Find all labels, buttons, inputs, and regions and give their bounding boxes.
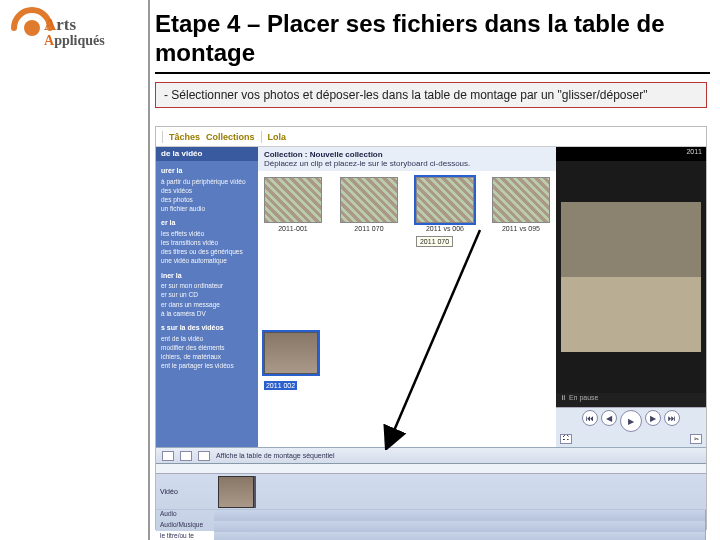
task-link[interactable]: modifier des éléments (161, 344, 253, 352)
preview-controls: ⏮ ◀ ▶ ▶ ⏭ ⛶ ✂ (556, 407, 706, 447)
video-clip[interactable] (218, 476, 254, 508)
task-link[interactable]: à la caméra DV (161, 310, 253, 318)
prev-skip-back-icon[interactable]: ⏮ (582, 410, 598, 426)
preview-header: 2011 (556, 147, 706, 161)
music-track[interactable] (214, 521, 706, 532)
task-link[interactable]: un fichier audio (161, 205, 253, 213)
collection-header: Collection : Nouvelle collection Déplace… (258, 147, 556, 171)
collection-pane: Collection : Nouvelle collection Déplace… (258, 147, 556, 447)
toolbar-item[interactable]: Tâches (169, 132, 200, 142)
tooltip: 2011 070 (416, 236, 453, 247)
play-button-icon[interactable]: ▶ (620, 410, 642, 432)
storyboard-view-icon[interactable] (180, 451, 192, 461)
task-link[interactable]: er sur un CD (161, 291, 253, 299)
screenshot-movie-maker: Tâches Collections Lola de la vidéo urer… (155, 126, 707, 530)
task-link[interactable]: ent de la vidéo (161, 335, 253, 343)
toolbar-item[interactable]: Collections (206, 132, 255, 142)
timeline-ruler[interactable] (156, 464, 706, 474)
prev-forward-icon[interactable]: ▶ (645, 410, 661, 426)
thumbnail[interactable]: 2011 070 (340, 177, 398, 232)
prev-skip-fwd-icon[interactable]: ⏭ (664, 410, 680, 426)
task-link[interactable]: des vidéos (161, 187, 253, 195)
task-pane: de la vidéo urer la à partir du périphér… (156, 147, 258, 447)
thumbnail[interactable]: 2011-001 (264, 177, 322, 232)
svg-point-0 (24, 20, 40, 36)
task-link[interactable]: les effets vidéo (161, 230, 253, 238)
timeline-view-icon[interactable] (162, 451, 174, 461)
task-link[interactable]: les transitions vidéo (161, 239, 253, 247)
video-track[interactable]: Vidéo (156, 474, 706, 510)
preview-image (556, 161, 706, 393)
audio-track[interactable] (214, 510, 706, 521)
preview-status: ⏸ En pause (556, 393, 706, 407)
page-title: Etape 4 – Placer ses fichiers dans la ta… (155, 10, 710, 74)
task-link[interactable]: une vidéo automatique (161, 257, 253, 265)
timeline-topbar: Affiche la table de montage séquentiel (156, 447, 706, 463)
task-link[interactable]: ichiers, de matériaux (161, 353, 253, 361)
fullscreen-icon[interactable]: ⛶ (560, 434, 572, 444)
thumbnail[interactable]: 2011 vs 095 (492, 177, 550, 232)
prev-rewind-icon[interactable]: ◀ (601, 410, 617, 426)
title-track[interactable] (214, 532, 706, 540)
task-link[interactable]: à partir du périphérique vidéo (161, 178, 253, 186)
logo-text: Arts Appliqués (44, 16, 105, 49)
toolbar-item[interactable]: Lola (268, 132, 287, 142)
thumbnail-selected[interactable]: 2011 vs 0062011 070 (416, 177, 474, 232)
task-link[interactable]: ent le partager les vidéos (161, 362, 253, 370)
task-link[interactable]: er dans un message (161, 301, 253, 309)
zoom-icon[interactable] (198, 451, 210, 461)
preview-pane: 2011 ⏸ En pause ⏮ ◀ ▶ ▶ ⏭ ⛶ ✂ (556, 147, 706, 447)
taskpane-header: de la vidéo (156, 147, 258, 161)
logo: Arts Appliqués (8, 4, 138, 64)
task-link[interactable]: des titres ou des génériques (161, 248, 253, 256)
task-link[interactable]: er sur mon ordinateur (161, 282, 253, 290)
app-toolbar: Tâches Collections Lola (156, 127, 706, 147)
instruction-box: - Sélectionner vos photos et déposer-les… (155, 82, 707, 108)
thumbnail-dragging[interactable]: 2011 002 (264, 332, 318, 392)
task-link[interactable]: des photos (161, 196, 253, 204)
split-icon[interactable]: ✂ (690, 434, 702, 444)
timeline: Vidéo Audio Audio/Musique le titre/ou te (156, 463, 706, 531)
